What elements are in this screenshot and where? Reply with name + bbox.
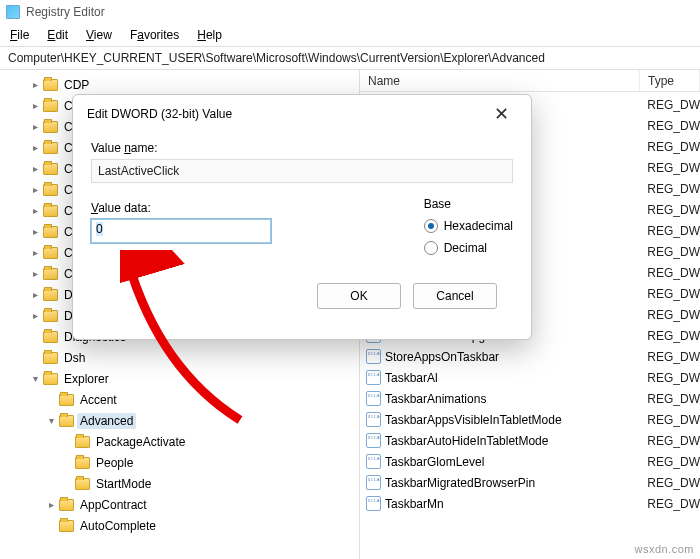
dword-icon (366, 391, 381, 406)
folder-icon (43, 247, 58, 259)
value-name: StoreAppsOnTaskbar (385, 350, 499, 364)
address-bar[interactable]: Computer\HKEY_CURRENT_USER\Software\Micr… (0, 46, 700, 70)
list-item[interactable]: StoreAppsOnTaskbarREG_DW (360, 346, 700, 367)
tree-node[interactable]: AutoComplete (14, 515, 359, 536)
value-type: REG_DW (639, 476, 700, 490)
folder-icon (43, 331, 58, 343)
list-item[interactable]: TaskbarAnimationsREG_DW (360, 388, 700, 409)
cancel-button[interactable]: Cancel (413, 283, 497, 309)
tree-node[interactable]: Accent (14, 389, 359, 410)
value-data-label: Value data: (91, 201, 394, 215)
menu-file[interactable]: File (10, 28, 29, 42)
dialog-titlebar: Edit DWORD (32-bit) Value ✕ (73, 95, 531, 133)
tree-node[interactable]: Dsh (14, 347, 359, 368)
value-type: REG_DW (639, 455, 700, 469)
value-type: REG_DW (639, 203, 700, 217)
folder-icon (43, 268, 58, 280)
list-item[interactable]: TaskbarMnREG_DW (360, 493, 700, 514)
value-name: TaskbarAnimations (385, 392, 486, 406)
ok-button[interactable]: OK (317, 283, 401, 309)
value-type: REG_DW (639, 350, 700, 364)
dword-icon (366, 454, 381, 469)
tree-node[interactable]: Advanced (14, 410, 359, 431)
value-data-input[interactable]: 0 (91, 219, 271, 243)
chevron-icon (30, 289, 40, 300)
value-name: TaskbarAutoHideInTabletMode (385, 434, 548, 448)
chevron-icon (30, 100, 40, 111)
tree-node[interactable]: CDP (14, 74, 359, 95)
menu-edit[interactable]: Edit (47, 28, 68, 42)
list-item[interactable]: TaskbarMigratedBrowserPinREG_DW (360, 472, 700, 493)
value-name: TaskbarAppsVisibleInTabletMode (385, 413, 562, 427)
chevron-icon (30, 142, 40, 153)
dword-icon (366, 370, 381, 385)
value-type: REG_DW (639, 161, 700, 175)
chevron-icon (30, 121, 40, 132)
menu-view[interactable]: View (86, 28, 112, 42)
radio-dot-icon (424, 219, 438, 233)
folder-icon (43, 79, 58, 91)
folder-icon (59, 499, 74, 511)
chevron-icon (46, 499, 56, 510)
radio-hexadecimal[interactable]: Hexadecimal (424, 215, 513, 237)
menu-help[interactable]: Help (197, 28, 222, 42)
titlebar: Registry Editor (0, 0, 700, 24)
value-type: REG_DW (639, 308, 700, 322)
chevron-icon (30, 310, 40, 321)
radio-decimal[interactable]: Decimal (424, 237, 513, 259)
chevron-icon (46, 415, 56, 426)
tree-node[interactable]: AppContract (14, 494, 359, 515)
tree-node-label: People (93, 455, 136, 471)
folder-icon (43, 142, 58, 154)
dword-icon (366, 349, 381, 364)
menubar: File Edit View Favorites Help (0, 24, 700, 46)
value-type: REG_DW (639, 140, 700, 154)
tree-node[interactable]: Explorer (14, 368, 359, 389)
value-type: REG_DW (639, 245, 700, 259)
folder-icon (75, 457, 90, 469)
dword-icon (366, 433, 381, 448)
folder-icon (43, 184, 58, 196)
folder-icon (43, 205, 58, 217)
folder-icon (43, 310, 58, 322)
close-icon[interactable]: ✕ (486, 101, 517, 127)
chevron-icon (30, 79, 40, 90)
list-item[interactable]: TaskbarGlomLevelREG_DW (360, 451, 700, 472)
value-name-field[interactable]: LastActiveClick (91, 159, 513, 183)
col-name[interactable]: Name (360, 70, 640, 91)
tree-node-label: Dsh (61, 350, 88, 366)
value-type: REG_DW (639, 182, 700, 196)
radio-dot-icon (424, 241, 438, 255)
value-type: REG_DW (639, 371, 700, 385)
value-type: REG_DW (639, 392, 700, 406)
tree-node-label: AppContract (77, 497, 150, 513)
dword-icon (366, 475, 381, 490)
folder-icon (75, 478, 90, 490)
folder-icon (43, 373, 58, 385)
folder-icon (59, 394, 74, 406)
list-item[interactable]: TaskbarAlREG_DW (360, 367, 700, 388)
tree-node-label: Explorer (61, 371, 112, 387)
tree-node[interactable]: People (14, 452, 359, 473)
chevron-icon (30, 226, 40, 237)
list-item[interactable]: TaskbarAutoHideInTabletModeREG_DW (360, 430, 700, 451)
menu-favorites[interactable]: Favorites (130, 28, 179, 42)
value-name: TaskbarMn (385, 497, 444, 511)
value-type: REG_DW (639, 224, 700, 238)
tree-node[interactable]: StartMode (14, 473, 359, 494)
folder-icon (59, 415, 74, 427)
list-item[interactable]: TaskbarAppsVisibleInTabletModeREG_DW (360, 409, 700, 430)
folder-icon (43, 121, 58, 133)
edit-dword-dialog: Edit DWORD (32-bit) Value ✕ Value name: … (72, 94, 532, 340)
chevron-icon (30, 184, 40, 195)
tree-node[interactable]: PackageActivate (14, 431, 359, 452)
value-type: REG_DW (639, 119, 700, 133)
col-type[interactable]: Type (640, 70, 700, 91)
value-type: REG_DW (639, 98, 700, 112)
folder-icon (43, 100, 58, 112)
folder-icon (43, 226, 58, 238)
tree-node-label: StartMode (93, 476, 154, 492)
base-group-label: Base (424, 197, 513, 211)
tree-node-label: PackageActivate (93, 434, 188, 450)
tree-node-label: Accent (77, 392, 120, 408)
